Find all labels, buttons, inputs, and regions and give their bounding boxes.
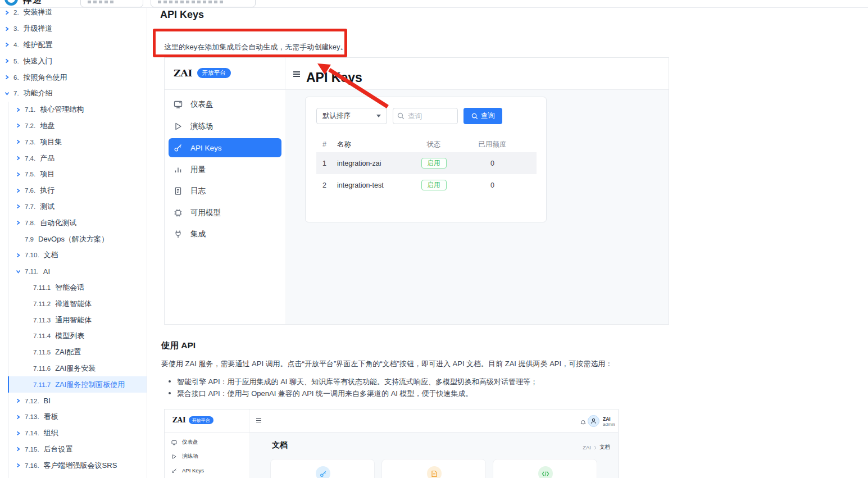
chevron-right-icon[interactable] bbox=[16, 107, 25, 112]
version-select[interactable] bbox=[80, 0, 143, 7]
table-row[interactable]: 2 integration-test 启用 0 bbox=[316, 174, 537, 196]
sidebar-item-7-11-6[interactable]: 7.11.6ZAI服务安装 bbox=[0, 361, 147, 377]
item-number: 7.4. bbox=[25, 155, 35, 162]
sidebar-item-7-16[interactable]: 7.16.客户端增强版会议SRS bbox=[0, 457, 147, 474]
sidebar-item-7-7[interactable]: 7.7.测试 bbox=[0, 199, 147, 215]
chevron-right-icon[interactable] bbox=[16, 447, 25, 452]
sidebar-item-7-8[interactable]: 7.8.自动化测试 bbox=[0, 215, 147, 231]
item-label: AI bbox=[43, 267, 50, 276]
chevron-right-icon[interactable] bbox=[4, 10, 13, 15]
doc-card-api-key[interactable] bbox=[270, 459, 375, 478]
sidebar-item-7-12[interactable]: 7.12.BI bbox=[0, 393, 147, 409]
status-badge: 启用 bbox=[421, 158, 447, 169]
search-button[interactable]: 查询 bbox=[463, 108, 502, 124]
chevron-right-icon[interactable] bbox=[16, 431, 25, 436]
doc-card-guide[interactable] bbox=[381, 459, 486, 478]
chevron-right-icon[interactable] bbox=[4, 75, 13, 80]
item-number: 6. bbox=[13, 74, 19, 81]
bell-icon[interactable] bbox=[580, 418, 587, 426]
chevron-right-icon[interactable] bbox=[4, 42, 13, 47]
chevron-right-icon[interactable] bbox=[16, 139, 25, 144]
zai-logo: ZAI 开放平台 bbox=[174, 67, 231, 79]
item-number: 7.11. bbox=[25, 268, 39, 275]
chevron-right-icon[interactable] bbox=[16, 188, 25, 193]
table-row[interactable]: 1 integration-zai 启用 0 bbox=[316, 152, 537, 174]
sidebar-item-2[interactable]: 2.安装禅道 bbox=[0, 8, 147, 21]
menu-label: 可用模型 bbox=[190, 208, 221, 218]
code-icon bbox=[538, 466, 553, 478]
sidebar-item-7-6[interactable]: 7.6.执行 bbox=[0, 183, 147, 199]
sidebar-item-5[interactable]: 5.快速入门 bbox=[0, 53, 147, 69]
breadcrumb-root[interactable]: ZAI bbox=[583, 444, 591, 450]
hamburger-menu-icon[interactable] bbox=[256, 418, 261, 424]
chevron-down-icon[interactable] bbox=[4, 91, 13, 96]
status-badge: 启用 bbox=[421, 180, 447, 191]
zai-menu-item-dashboard[interactable]: 仪表盘 bbox=[169, 95, 281, 114]
doc-card-api-reference[interactable] bbox=[493, 459, 597, 478]
open-platform-badge: 开放平台 bbox=[197, 68, 231, 78]
item-number: 7.11.7 bbox=[33, 381, 51, 388]
menu-label: API Keys bbox=[190, 144, 222, 152]
zai-menu-item-logs[interactable]: 日志 bbox=[169, 181, 281, 201]
zai-menu-item-dashboard[interactable]: 仪表盘 bbox=[165, 435, 249, 449]
item-label: 项目集 bbox=[40, 137, 62, 147]
sidebar-item-7[interactable]: 7.功能介绍 bbox=[0, 85, 147, 102]
chevron-down-icon[interactable] bbox=[16, 269, 25, 274]
sidebar-item-7-11-4[interactable]: 7.11.4模型列表 bbox=[0, 328, 147, 344]
zai-menu-item-playground[interactable]: 演练场 bbox=[165, 449, 249, 463]
sidebar-item-7-14[interactable]: 7.14.组织 bbox=[0, 425, 147, 441]
zai-menu-item-integrations[interactable]: 集成 bbox=[169, 225, 281, 244]
sidebar-item-7-4[interactable]: 7.4.产品 bbox=[0, 150, 147, 166]
user-name: ZAI bbox=[603, 416, 611, 422]
item-number: 7.11.6 bbox=[33, 365, 51, 372]
menu-label: 仪表盘 bbox=[182, 439, 198, 446]
chevron-right-icon[interactable] bbox=[16, 415, 25, 420]
sidebar-item-7-1[interactable]: 7.1.核心管理结构 bbox=[0, 102, 147, 118]
menu-label: 演练场 bbox=[182, 453, 198, 460]
item-number: 7.11.3 bbox=[33, 317, 51, 324]
sidebar-item-7-11-3[interactable]: 7.11.3通用智能体 bbox=[0, 312, 147, 328]
chevron-right-icon[interactable] bbox=[16, 123, 25, 128]
user-icon bbox=[590, 417, 597, 425]
sidebar-item-7-11-5[interactable]: 7.11.5ZAI配置 bbox=[0, 344, 147, 361]
sidebar-item-7-5[interactable]: 7.5.项目 bbox=[0, 166, 147, 183]
sidebar-item-7-15[interactable]: 7.15.后台设置 bbox=[0, 441, 147, 458]
menu-label: 用量 bbox=[190, 165, 206, 175]
breadcrumb-current: 文档 bbox=[599, 444, 610, 451]
avatar[interactable] bbox=[588, 415, 599, 427]
chevron-right-icon[interactable] bbox=[16, 172, 25, 177]
key-icon bbox=[174, 143, 183, 152]
sidebar-item-7-13[interactable]: 7.13.看板 bbox=[0, 409, 147, 425]
item-number: 7.2. bbox=[25, 122, 35, 129]
sidebar-item-4[interactable]: 4.维护配置 bbox=[0, 37, 147, 53]
sidebar-item-3[interactable]: 3.升级禅道 bbox=[0, 21, 147, 37]
chevron-right-icon[interactable] bbox=[16, 156, 25, 161]
annotation-red-box: 这里的key在添加集成后会自动生成，无需手动创建key。 bbox=[153, 29, 347, 57]
zai-menu-item-playground[interactable]: 演练场 bbox=[169, 117, 281, 136]
sidebar-item-7-3[interactable]: 7.3.项目集 bbox=[0, 134, 147, 150]
sidebar-item-7-11[interactable]: 7.11.AI bbox=[0, 263, 147, 280]
search-box[interactable] bbox=[151, 0, 256, 7]
zai-menu: 仪表盘 演练场 API Keys bbox=[165, 435, 249, 477]
sidebar-item-7-10[interactable]: 7.10.文档 bbox=[0, 247, 147, 263]
zai-menu-item-api-keys[interactable]: API Keys bbox=[169, 138, 281, 157]
chevron-right-icon[interactable] bbox=[16, 220, 25, 225]
sidebar-item-7-11-7[interactable]: 7.11.7ZAI服务控制面板使用 bbox=[0, 376, 147, 393]
clipped-text bbox=[158, 1, 225, 3]
sidebar-item-6[interactable]: 6.按照角色使用 bbox=[0, 69, 147, 85]
zai-menu-item-api-keys[interactable]: API Keys bbox=[165, 463, 249, 477]
sidebar-item-7-11-1[interactable]: 7.11.1智能会话 bbox=[0, 280, 147, 296]
chevron-right-icon[interactable] bbox=[4, 58, 13, 63]
sidebar-item-7-11-2[interactable]: 7.11.2禅道智能体 bbox=[0, 295, 147, 312]
sidebar-item-7-9[interactable]: 7.9DevOps（解决方案） bbox=[0, 231, 147, 247]
chevron-right-icon[interactable] bbox=[16, 463, 25, 468]
chevron-right-icon[interactable] bbox=[4, 26, 13, 31]
sidebar-item-7-2[interactable]: 7.2.地盘 bbox=[0, 118, 147, 134]
zai-menu-item-usage[interactable]: 用量 bbox=[169, 160, 281, 179]
chevron-right-icon[interactable] bbox=[16, 398, 25, 403]
chevron-right-icon[interactable] bbox=[16, 253, 25, 258]
item-label: 安装禅道 bbox=[24, 8, 53, 17]
hamburger-menu-icon[interactable] bbox=[293, 71, 300, 79]
chevron-right-icon[interactable] bbox=[16, 204, 25, 209]
zai-menu-item-models[interactable]: 可用模型 bbox=[169, 203, 281, 222]
